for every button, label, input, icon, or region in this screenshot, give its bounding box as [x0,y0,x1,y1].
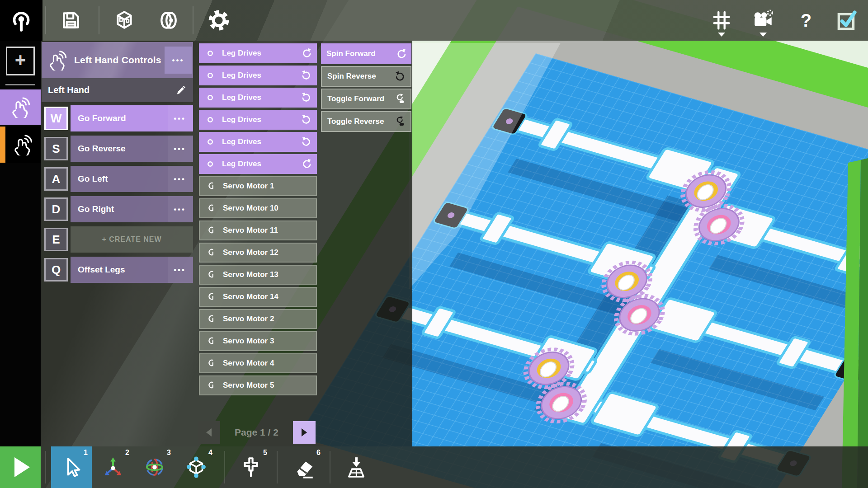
tool-nudge[interactable]: 5 [231,446,271,488]
control-set-name-field[interactable]: Left Hand [42,78,193,102]
grid-snap-icon [711,10,732,31]
action-spin-forward[interactable]: Spin Forward [321,43,411,64]
toolbar-divider [45,6,46,34]
output-servo-motor[interactable]: Servo Motor 10 [199,198,317,218]
servo-icon [206,380,217,391]
output-leg-drives-1[interactable]: Leg Drives [199,43,317,63]
row-menu-ellipsis-icon[interactable]: ••• [174,266,186,274]
servo-icon [206,247,217,258]
spin-ccw-icon [301,136,312,148]
tool-select[interactable]: 1 [51,446,92,488]
row-menu-ellipsis-icon[interactable]: ••• [174,145,186,153]
transmitter-button-active[interactable] [0,0,42,41]
tool-rotate[interactable]: 3 [134,446,175,488]
binding-label: Go Reverse [78,144,126,154]
output-leg-drives-5[interactable]: Leg Drives [199,132,317,152]
output-leg-drives-2[interactable]: Leg Drives [199,66,317,85]
bounds-icon [185,456,208,479]
ring-icon [205,136,216,147]
keycap-q[interactable]: Q [44,258,68,282]
add-control-group-button[interactable]: + [6,47,35,75]
validate-button[interactable] [826,0,867,41]
keycap-a[interactable]: A [44,167,68,191]
bindings-panel-header: Left Hand Controls ••• [42,42,193,78]
spin-ccw-icon [301,70,312,81]
keybind-row-go-right[interactable]: D Go Right ••• [42,196,193,222]
action-spin-reverse[interactable]: Spin Reverse [321,66,411,87]
output-servo-motor[interactable]: Servo Motor 13 [199,265,317,285]
settings-button[interactable] [198,0,239,41]
tool-bounds[interactable]: 4 [176,446,217,488]
hand-tap-icon [9,96,31,118]
tool-flatten[interactable] [336,446,377,488]
keybind-row-go-left[interactable]: A Go Left ••• [42,166,193,192]
wheel-icon [157,9,180,32]
grid-snap-dropdown-caret[interactable] [718,33,725,37]
hand-tap-icon [47,50,68,70]
plus-icon: + [15,51,26,70]
keycap-d[interactable]: D [44,197,68,221]
action-toggle-forward[interactable]: Toggle Forward [321,89,411,109]
output-servo-motor[interactable]: Servo Motor 3 [199,331,317,351]
output-leg-drives-4[interactable]: Leg Drives [199,110,317,130]
tool-move[interactable]: 2 [93,446,133,488]
control-group-tab-active[interactable] [0,89,41,125]
sidebar-divider [5,84,35,85]
wheels-button[interactable] [148,0,189,41]
play-icon [14,457,30,477]
binding-label: Offset Legs [78,265,125,275]
page-next-button[interactable] [293,421,316,444]
keybind-row-go-forward[interactable]: W Go Forward ••• [42,105,193,131]
edit-pencil-icon[interactable] [175,84,187,96]
output-servo-motor[interactable]: Servo Motor 5 [199,375,317,395]
keycap-e[interactable]: E [44,228,68,251]
servo-icon [206,269,217,280]
keycap-w[interactable]: W [44,107,68,130]
flatten-icon [345,456,368,479]
output-servo-motor[interactable]: Servo Motor 12 [199,243,317,263]
tool-erase[interactable]: 6 [284,446,325,488]
save-button[interactable] [51,0,91,41]
servo-icon [206,358,217,369]
output-servo-motor[interactable]: Servo Motor 2 [199,309,317,329]
help-button[interactable]: ? [786,0,826,41]
output-leg-drives-3[interactable]: Leg Drives [199,88,317,108]
action-toggle-reverse[interactable]: Toggle Reverse [321,111,411,132]
page-prev-button[interactable] [198,421,220,444]
binding-label: Go Left [78,174,108,184]
keybind-row-create-new[interactable]: E + CREATE NEW [42,226,193,253]
servo-icon [206,336,217,347]
output-servo-motor[interactable]: Servo Motor 1 [199,176,317,196]
blocks-button[interactable] [104,0,145,41]
output-leg-drives-6[interactable]: Leg Drives [199,154,317,174]
bindings-menu-button[interactable]: ••• [165,47,192,74]
control-group-tab[interactable] [0,127,41,163]
save-icon [60,9,82,32]
rotate-icon [143,456,166,479]
select-cursor-icon [60,456,83,479]
row-menu-ellipsis-icon[interactable]: ••• [174,206,186,213]
output-servo-motor[interactable]: Servo Motor 4 [199,353,317,373]
validate-checkbox-icon [835,9,858,32]
edit-tools-toolbar: 1 2 3 4 5 6 [0,446,868,488]
output-servo-motor[interactable]: Servo Motor 11 [199,221,317,240]
camera-dropdown-caret[interactable] [760,33,767,37]
play-button[interactable] [0,446,41,488]
control-set-name: Left Hand [48,85,90,95]
keycap-s[interactable]: S [44,137,68,160]
top-menu-bar: ? [0,0,868,41]
control-groups-sidebar: + [0,41,41,446]
servo-icon [206,225,217,236]
servo-icon [206,203,217,214]
row-menu-ellipsis-icon[interactable]: ••• [174,115,186,122]
spin-cw-icon [301,47,312,59]
keybind-row-offset-legs[interactable]: Q Offset Legs ••• [42,257,193,283]
row-menu-ellipsis-icon[interactable]: ••• [174,175,186,183]
ring-icon [205,159,216,169]
output-servo-motor[interactable]: Servo Motor 14 [199,287,317,307]
bindings-panel-title: Left Hand Controls [74,55,161,66]
toolbar-divider [45,451,46,483]
binding-label: Go Right [78,204,114,214]
spin-ccw-icon [301,114,312,126]
keybind-row-go-reverse[interactable]: S Go Reverse ••• [42,136,193,162]
